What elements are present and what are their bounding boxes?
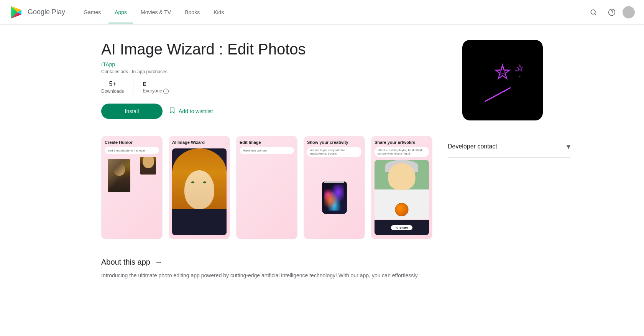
share-bar-button: ◁ Share [391, 225, 412, 230]
rating-value: E [143, 81, 169, 87]
screenshot-card-humor[interactable]: Create Humor add a mustache to her face [101, 136, 163, 239]
downloads-value: 5+ [101, 81, 124, 87]
content-main: Create Humor add a mustache to her face [101, 136, 432, 280]
svg-marker-15 [517, 65, 523, 71]
screenshot-card-creativity[interactable]: Show your creativity nebula in jar, cozy… [304, 136, 365, 239]
wishlist-label: Add to wishlist [179, 108, 213, 114]
app-icon-wrapper [462, 40, 543, 120]
search-icon [590, 8, 597, 16]
downloads-stat: 5+ Downloads [101, 81, 133, 94]
screenshot-inner-creativity: Show your creativity nebula in jar, cozy… [304, 136, 365, 239]
screenshot-title-humor: Create Humor [105, 140, 159, 145]
about-text: Introducing the ultimate photo editing a… [101, 271, 432, 280]
ml-main-figure [108, 159, 130, 192]
ai-portrait-art [172, 148, 227, 235]
screenshot-input-creativity: nebula in jar, cozy interior background,… [307, 147, 361, 157]
einstein-art [375, 160, 429, 219]
svg-point-13 [512, 78, 513, 79]
nav-kids[interactable]: Kids [207, 6, 230, 18]
ml-small-figure [140, 157, 156, 175]
logo-link[interactable]: Google Play [9, 5, 65, 20]
screenshot-inner-humor: Create Humor add a mustache to her face [102, 136, 162, 239]
screenshot-image-creativity [307, 160, 361, 235]
screenshot-image-humor [105, 157, 159, 235]
nav-movies-tv[interactable]: Movies & TV [135, 6, 177, 18]
app-meta: Contains ads · In-app purchases [101, 69, 447, 74]
about-header: About this app → [101, 258, 432, 267]
screenshot-inner-wizard: AI Image Wizard [169, 136, 230, 239]
mona-lisa-art [105, 157, 159, 235]
screenshot-card-wizard[interactable]: AI Image Wizard [169, 136, 230, 239]
nav-games[interactable]: Games [77, 6, 107, 18]
screenshot-title-creativity: Show your creativity [307, 140, 361, 145]
help-button[interactable] [604, 5, 619, 20]
nav-apps[interactable]: Apps [108, 6, 133, 18]
svg-point-11 [515, 70, 517, 71]
wishlist-button[interactable]: Add to wishlist [169, 107, 213, 116]
app-icon [462, 40, 543, 120]
header-actions [586, 5, 635, 20]
screenshots-container: Create Humor add a mustache to her face [101, 136, 432, 242]
screenshots-section: Create Humor add a mustache to her face [101, 136, 432, 242]
magic-wand-icon [476, 53, 529, 107]
app-info: AI Image Wizard : Edit Photos ITApp Cont… [101, 40, 447, 120]
svg-point-14 [504, 91, 505, 92]
rating-label: Everyone i [143, 88, 169, 94]
screenshot-input-humor: add a mustache to her face [105, 147, 159, 154]
screenshot-title-edit: Edit Image [240, 140, 294, 145]
screenshot-title-wizard: AI Image Wizard [172, 140, 227, 145]
main-nav: Games Apps Movies & TV Books Kids [77, 6, 586, 18]
content-row: Create Humor add a mustache to her face [101, 136, 543, 280]
nav-books[interactable]: Books [179, 6, 206, 18]
jar-art [322, 181, 347, 214]
screenshot-image-share: ◁ Share [375, 160, 429, 235]
screenshot-title-share: Share your artwokrs [375, 140, 429, 145]
google-play-icon [9, 5, 25, 20]
screenshot-inner-share: Share your artwokrs albert einstein play… [371, 136, 432, 239]
screenshot-card-share[interactable]: Share your artwokrs albert einstein play… [371, 136, 432, 239]
rating-stat: E Everyone i [143, 81, 178, 94]
about-arrow-icon[interactable]: → [155, 258, 163, 267]
app-title: AI Image Wizard : Edit Photos [101, 40, 447, 58]
screenshot-inner-edit: Edit Image Make him woman [237, 136, 297, 239]
app-stats: 5+ Downloads E Everyone i [101, 81, 447, 94]
main-content: AI Image Wizard : Edit Photos ITApp Cont… [92, 25, 552, 295]
svg-point-4 [591, 10, 595, 14]
content-side: Developer contact ▾ [448, 136, 570, 280]
help-icon [608, 8, 616, 16]
screenshot-input-edit: Make him woman [240, 147, 294, 154]
svg-line-5 [595, 13, 596, 15]
account-button[interactable] [623, 6, 635, 18]
install-button[interactable]: Install [101, 104, 163, 119]
svg-line-10 [485, 88, 510, 101]
svg-point-12 [519, 76, 521, 77]
bookmark-icon [169, 107, 176, 116]
screenshot-input-share: albert einstein playing basketball schoo… [375, 147, 429, 157]
app-developer[interactable]: ITApp [101, 61, 447, 68]
chevron-down-icon: ▾ [567, 142, 570, 151]
share-bar: ◁ Share [375, 220, 429, 235]
screenshot-image-wizard [172, 148, 227, 235]
rating-symbol: E [143, 81, 146, 87]
rating-info-icon[interactable]: i [163, 89, 169, 94]
search-button[interactable] [586, 5, 601, 20]
developer-contact[interactable]: Developer contact ▾ [448, 136, 570, 158]
header: Google Play Games Apps Movies & TV Books… [0, 0, 644, 25]
about-section: About this app → Introducing the ultimat… [101, 258, 432, 280]
downloads-label: Downloads [101, 89, 124, 94]
screenshot-image-edit [240, 157, 294, 235]
logo-text: Google Play [28, 8, 65, 16]
developer-contact-label: Developer contact [448, 143, 497, 150]
about-title: About this app [101, 258, 150, 267]
app-header: AI Image Wizard : Edit Photos ITApp Cont… [101, 40, 543, 120]
screenshot-card-edit[interactable]: Edit Image Make him woman [236, 136, 297, 239]
app-actions: Install Add to wishlist [101, 104, 447, 119]
